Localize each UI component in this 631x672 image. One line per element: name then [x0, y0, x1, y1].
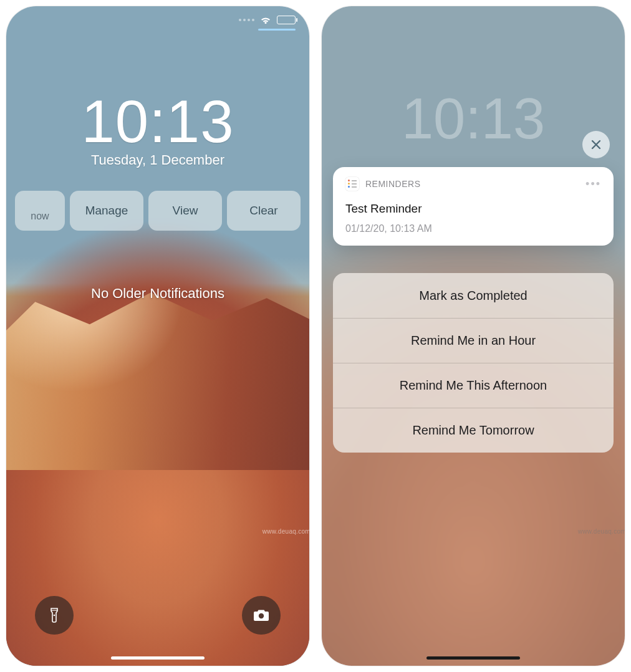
reminder-notification-card[interactable]: REMINDERS ••• Test Reminder 01/12/20, 10…	[333, 167, 614, 246]
wifi-icon	[259, 15, 272, 25]
close-icon	[590, 139, 602, 150]
status-bar	[239, 15, 296, 25]
svg-point-1	[259, 613, 264, 618]
action-mark-completed[interactable]: Mark as Completed	[333, 273, 614, 318]
time-chip: now	[15, 191, 65, 231]
watermark: www.deuaq.com	[263, 528, 309, 535]
cellular-dots-icon	[239, 19, 254, 21]
reminders-app-icon	[345, 177, 359, 191]
manage-button[interactable]: Manage	[70, 191, 143, 231]
watermark: www.deuaq.com	[578, 528, 625, 535]
clear-button[interactable]: Clear	[227, 191, 301, 231]
notification-actions-row: now Manage View Clear	[15, 191, 301, 231]
status-underline	[258, 29, 296, 31]
camera-icon	[253, 608, 270, 622]
action-remind-hour[interactable]: Remind Me in an Hour	[333, 318, 614, 363]
flashlight-icon	[48, 607, 60, 624]
view-button[interactable]: View	[148, 191, 222, 231]
home-indicator[interactable]	[426, 656, 520, 660]
clock-time: 10:13	[6, 87, 309, 156]
flashlight-button[interactable]	[35, 596, 74, 635]
app-name-label: REMINDERS	[365, 179, 421, 189]
clock-date: Tuesday, 1 December	[6, 152, 309, 168]
camera-button[interactable]	[242, 596, 281, 635]
action-remind-tomorrow[interactable]: Remind Me Tomorrow	[333, 408, 614, 453]
battery-icon	[277, 16, 296, 24]
wallpaper-ridge	[6, 283, 309, 470]
background-clock: 10:13	[322, 86, 625, 151]
notification-title: Test Reminder	[345, 202, 601, 216]
notification-expanded-screen: 10:13 REMINDERS ••• Test Reminder 01/12/…	[322, 6, 625, 666]
home-indicator[interactable]	[111, 656, 205, 660]
more-icon[interactable]: •••	[585, 178, 601, 191]
close-button[interactable]	[582, 131, 610, 158]
notification-action-sheet: Mark as Completed Remind Me in an Hour R…	[333, 273, 614, 453]
no-older-notifications-label: No Older Notifications	[6, 286, 309, 302]
lock-screen: 10:13 Tuesday, 1 December now Manage Vie…	[6, 6, 309, 666]
action-remind-afternoon[interactable]: Remind Me This Afternoon	[333, 363, 614, 408]
lock-clock: 10:13 Tuesday, 1 December	[6, 87, 309, 168]
svg-point-0	[54, 615, 55, 617]
notification-subtitle: 01/12/20, 10:13 AM	[345, 223, 601, 234]
